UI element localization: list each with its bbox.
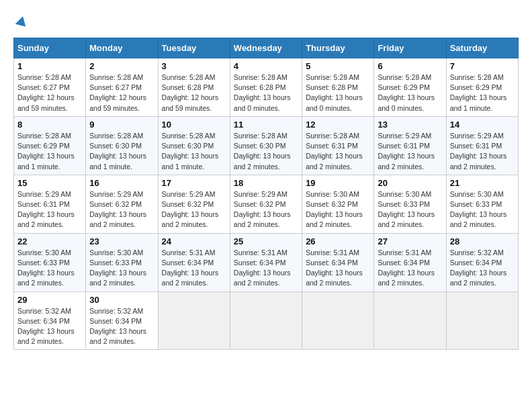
weekday-header-thursday: Thursday [302, 38, 374, 58]
day-number: 15 [17, 178, 82, 188]
day-info: Sunrise: 5:28 AMSunset: 6:29 PMDaylight:… [17, 131, 82, 172]
day-number: 25 [234, 236, 298, 246]
weekday-header-tuesday: Tuesday [158, 38, 230, 58]
day-info: Sunrise: 5:30 AMSunset: 6:33 PMDaylight:… [378, 189, 442, 230]
day-info: Sunrise: 5:29 AMSunset: 6:32 PMDaylight:… [234, 189, 298, 230]
calendar-cell: 11Sunrise: 5:28 AMSunset: 6:30 PMDayligh… [230, 116, 302, 175]
day-info: Sunrise: 5:31 AMSunset: 6:34 PMDaylight:… [234, 248, 298, 289]
calendar-cell: 21Sunrise: 5:30 AMSunset: 6:33 PMDayligh… [446, 175, 518, 233]
day-info: Sunrise: 5:28 AMSunset: 6:30 PMDaylight:… [234, 131, 298, 172]
calendar-cell [374, 291, 446, 350]
day-number: 16 [89, 178, 154, 188]
calendar-cell: 16Sunrise: 5:29 AMSunset: 6:32 PMDayligh… [86, 175, 158, 233]
calendar-cell: 22Sunrise: 5:30 AMSunset: 6:33 PMDayligh… [14, 233, 86, 291]
day-info: Sunrise: 5:28 AMSunset: 6:28 PMDaylight:… [234, 73, 298, 113]
day-info: Sunrise: 5:28 AMSunset: 6:30 PMDaylight:… [162, 131, 226, 172]
day-number: 3 [162, 61, 226, 71]
day-info: Sunrise: 5:32 AMSunset: 6:34 PMDaylight:… [89, 306, 154, 347]
calendar-cell: 13Sunrise: 5:29 AMSunset: 6:31 PMDayligh… [374, 116, 446, 175]
calendar-cell: 5Sunrise: 5:28 AMSunset: 6:28 PMDaylight… [302, 58, 374, 117]
day-info: Sunrise: 5:30 AMSunset: 6:32 PMDaylight:… [306, 189, 370, 230]
calendar-week-row: 22Sunrise: 5:30 AMSunset: 6:33 PMDayligh… [14, 233, 519, 291]
weekday-header-monday: Monday [86, 38, 158, 58]
calendar-cell [302, 291, 374, 350]
day-number: 7 [450, 61, 515, 71]
day-number: 6 [378, 61, 442, 71]
calendar-week-row: 8Sunrise: 5:28 AMSunset: 6:29 PMDaylight… [14, 116, 519, 175]
weekday-header-wednesday: Wednesday [230, 38, 302, 58]
day-number: 27 [378, 236, 442, 246]
day-info: Sunrise: 5:29 AMSunset: 6:31 PMDaylight:… [450, 131, 515, 172]
day-number: 4 [234, 61, 298, 71]
day-number: 1 [17, 61, 82, 71]
calendar-cell: 29Sunrise: 5:32 AMSunset: 6:34 PMDayligh… [14, 291, 86, 350]
weekday-header-sunday: Sunday [14, 38, 86, 58]
weekday-header-saturday: Saturday [446, 38, 518, 58]
day-info: Sunrise: 5:28 AMSunset: 6:29 PMDaylight:… [378, 73, 442, 113]
calendar-cell: 10Sunrise: 5:28 AMSunset: 6:30 PMDayligh… [158, 116, 230, 175]
day-number: 11 [234, 120, 298, 130]
calendar-cell: 2Sunrise: 5:28 AMSunset: 6:27 PMDaylight… [86, 58, 158, 117]
calendar-cell: 25Sunrise: 5:31 AMSunset: 6:34 PMDayligh… [230, 233, 302, 291]
day-info: Sunrise: 5:28 AMSunset: 6:27 PMDaylight:… [89, 73, 154, 113]
calendar-cell: 15Sunrise: 5:29 AMSunset: 6:31 PMDayligh… [14, 175, 86, 233]
day-info: Sunrise: 5:28 AMSunset: 6:30 PMDaylight:… [89, 131, 154, 172]
calendar-cell: 12Sunrise: 5:28 AMSunset: 6:31 PMDayligh… [302, 116, 374, 175]
day-info: Sunrise: 5:30 AMSunset: 6:33 PMDaylight:… [450, 189, 515, 230]
day-number: 17 [162, 178, 226, 188]
logo-flag-icon [15, 15, 28, 28]
day-number: 23 [89, 236, 154, 246]
calendar-cell: 26Sunrise: 5:31 AMSunset: 6:34 PMDayligh… [302, 233, 374, 291]
calendar-cell: 19Sunrise: 5:30 AMSunset: 6:32 PMDayligh… [302, 175, 374, 233]
calendar-cell: 14Sunrise: 5:29 AMSunset: 6:31 PMDayligh… [446, 116, 518, 175]
day-number: 10 [162, 120, 226, 130]
day-number: 20 [378, 178, 442, 188]
calendar-cell [158, 291, 230, 350]
calendar-cell: 28Sunrise: 5:32 AMSunset: 6:34 PMDayligh… [446, 233, 518, 291]
calendar-cell [446, 291, 518, 350]
day-info: Sunrise: 5:28 AMSunset: 6:28 PMDaylight:… [162, 73, 226, 113]
day-info: Sunrise: 5:28 AMSunset: 6:29 PMDaylight:… [450, 73, 515, 113]
day-info: Sunrise: 5:29 AMSunset: 6:31 PMDaylight:… [17, 189, 82, 230]
calendar-cell: 7Sunrise: 5:28 AMSunset: 6:29 PMDaylight… [446, 58, 518, 117]
day-info: Sunrise: 5:29 AMSunset: 6:32 PMDaylight:… [89, 189, 154, 230]
day-number: 28 [450, 236, 515, 246]
calendar-header-row: SundayMondayTuesdayWednesdayThursdayFrid… [14, 38, 519, 58]
day-info: Sunrise: 5:29 AMSunset: 6:32 PMDaylight:… [162, 189, 226, 230]
day-number: 2 [89, 61, 154, 71]
day-number: 5 [306, 61, 370, 71]
calendar-cell: 17Sunrise: 5:29 AMSunset: 6:32 PMDayligh… [158, 175, 230, 233]
svg-marker-0 [15, 15, 28, 27]
calendar-table: SundayMondayTuesdayWednesdayThursdayFrid… [13, 38, 519, 350]
weekday-header-friday: Friday [374, 38, 446, 58]
day-info: Sunrise: 5:31 AMSunset: 6:34 PMDaylight:… [162, 248, 226, 289]
calendar-cell: 20Sunrise: 5:30 AMSunset: 6:33 PMDayligh… [374, 175, 446, 233]
calendar-week-row: 1Sunrise: 5:28 AMSunset: 6:27 PMDaylight… [14, 58, 519, 117]
day-number: 18 [234, 178, 298, 188]
calendar-cell: 27Sunrise: 5:31 AMSunset: 6:34 PMDayligh… [374, 233, 446, 291]
day-info: Sunrise: 5:32 AMSunset: 6:34 PMDaylight:… [450, 248, 515, 289]
calendar-cell: 8Sunrise: 5:28 AMSunset: 6:29 PMDaylight… [14, 116, 86, 175]
calendar-cell: 30Sunrise: 5:32 AMSunset: 6:34 PMDayligh… [86, 291, 158, 350]
day-number: 8 [17, 120, 82, 130]
day-number: 9 [89, 120, 154, 130]
day-info: Sunrise: 5:30 AMSunset: 6:33 PMDaylight:… [89, 248, 154, 289]
day-info: Sunrise: 5:28 AMSunset: 6:31 PMDaylight:… [306, 131, 370, 172]
day-info: Sunrise: 5:32 AMSunset: 6:34 PMDaylight:… [17, 306, 82, 347]
day-number: 24 [162, 236, 226, 246]
day-info: Sunrise: 5:28 AMSunset: 6:28 PMDaylight:… [306, 73, 370, 113]
calendar-cell: 1Sunrise: 5:28 AMSunset: 6:27 PMDaylight… [14, 58, 86, 117]
day-number: 29 [17, 295, 82, 305]
calendar-cell: 6Sunrise: 5:28 AMSunset: 6:29 PMDaylight… [374, 58, 446, 117]
day-number: 19 [306, 178, 370, 188]
day-info: Sunrise: 5:31 AMSunset: 6:34 PMDaylight:… [306, 248, 370, 289]
calendar-cell: 18Sunrise: 5:29 AMSunset: 6:32 PMDayligh… [230, 175, 302, 233]
day-number: 22 [17, 236, 82, 246]
logo [13, 13, 28, 31]
calendar-cell: 9Sunrise: 5:28 AMSunset: 6:30 PMDaylight… [86, 116, 158, 175]
page-header [13, 13, 519, 31]
calendar-cell: 24Sunrise: 5:31 AMSunset: 6:34 PMDayligh… [158, 233, 230, 291]
calendar-cell: 23Sunrise: 5:30 AMSunset: 6:33 PMDayligh… [86, 233, 158, 291]
day-info: Sunrise: 5:28 AMSunset: 6:27 PMDaylight:… [17, 73, 82, 113]
day-info: Sunrise: 5:30 AMSunset: 6:33 PMDaylight:… [17, 248, 82, 289]
